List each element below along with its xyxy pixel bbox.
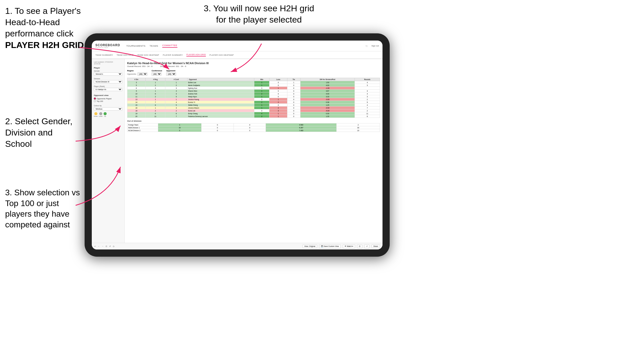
toolbar-clock[interactable]: ◷ [113,245,114,247]
table-cell: 1 [254,95,269,98]
out-of-division-row: Foreign Team1004.5002 [127,123,380,126]
gender-select[interactable]: Women's [94,72,122,76]
player-rank-select[interactable]: 8. Katelyn Vo [94,88,122,91]
table-cell: 3 [355,90,380,92]
table-cell: 0 [287,87,300,90]
instruction-2: 2. Select Gender, Division and School [5,115,77,150]
table-row: 1822Euna Lee030-5.002 [127,109,380,112]
toolbar-grid[interactable]: ⊡ [106,245,107,247]
subnav-team-h2h-heatmap[interactable]: TEAM H2H HEATMAP [137,54,159,56]
table-cell: Euna Lee [187,109,254,112]
opponent-view-label: Opponent view [94,94,122,97]
opponent-radio-top100[interactable]: Top 100 [94,100,122,102]
btn-expand[interactable]: ↗ [364,245,369,248]
table-cell: 0 [287,95,300,98]
toolbar-undo[interactable]: ↩ [94,245,96,247]
nav-tournaments[interactable]: TOURNAMENTS [126,45,146,47]
table-cell: Stella Cheng [187,104,254,107]
table-cell: 0 [287,115,300,118]
table-cell: 5 [165,95,187,98]
table-row: 1125Heejo Hyun1003.333 [127,95,380,98]
table-cell: 15 [127,104,146,107]
table-cell: -5.00 [300,109,355,112]
subnav-player-summary[interactable]: PLAYER SUMMARY [163,54,183,56]
nav-committee[interactable]: COMMITTEE [162,44,177,48]
table-row: 1311Jessica Huang010-3.002 [127,98,380,101]
toolbar-forward[interactable]: → [102,245,104,247]
btn-view-original[interactable]: View: Original [303,245,317,248]
out-of-division: Out of division Foreign Team1004.5002NAI… [127,120,380,132]
btn-save-custom-view[interactable]: 💾 Save Custom View [319,245,341,248]
btn-watch[interactable]: 👁 Watch ▾ [343,245,355,248]
table-cell: -0.94 [300,107,355,109]
table-cell: 2 [269,101,287,104]
nav-teams[interactable]: TEAMS [150,45,158,47]
toolbar-back[interactable]: ← [98,245,100,247]
legend-down: Down [94,112,98,117]
out-of-division-row: NCAA Division 25007.40010 [127,129,380,132]
filter-conference-label: Conference [152,70,162,72]
instruction-3-bottom: 3. Show selection vs Top 100 or just pla… [5,187,82,230]
filter-opponent-label: Opponent [166,70,176,72]
table-cell: 3 [355,84,380,87]
table-cell: 1 [145,98,165,101]
toolbar-refresh[interactable]: ↺ [109,245,111,247]
filter-conference: Conference (All) [152,70,162,76]
sidebar-timestamp: Last Updated: 27/03/2024 16:55:38 [94,61,122,65]
table-cell: 6 [355,115,380,118]
table-cell: 1 [145,90,165,92]
nav-signout[interactable]: Sign out [371,45,379,47]
table-cell: 4.00 [300,92,355,95]
table-cell: 1 [145,81,165,84]
table-cell: 4 [355,92,380,95]
table-cell: 4 [254,112,269,115]
legend-up: Up [104,112,107,117]
division-record: Division Record: 331 - 34 - 6 [160,65,186,68]
table-cell: 1 [254,90,269,92]
table-cell: 6 [127,87,146,90]
division-select[interactable]: NCAA Division III [94,80,122,83]
table-cell: Jessica Huang [187,98,254,101]
table-cell: Alexis Sudjianto [187,84,254,87]
colour-by-select[interactable]: Win/loss [94,107,122,111]
subnav-player-h2h-heatmap[interactable]: PLAYER H2H HEATMAP [209,54,234,56]
bottom-toolbar: ↩ ← → ⊡ ↺ ◷ View: Original 💾 Save Custom… [92,243,383,249]
table-cell: 13 [127,98,146,101]
subnav-team-h2h-grid[interactable]: TEAM H2H GRID [117,54,134,56]
logo: SCOREBOARD Powered by clippd [95,44,120,48]
tablet: SCOREBOARD Powered by clippd TOURNAMENTS… [85,33,390,257]
player-label: Player [94,67,122,69]
table-row: 1474Eunice Yi2200.389 [127,101,380,104]
table-cell: 4.00 [300,84,355,87]
table-cell: 0 [254,109,269,112]
opponent-radio-played[interactable]: Opponents Played [94,98,122,100]
table-row: 311Esther Lee1011.504 [127,81,380,84]
table-cell: Jessica Mason [187,107,254,109]
data-area: Katelyn Vo Head-to-Head Grid for Women's… [125,59,383,243]
colour-legend: Down Level Up [94,112,122,117]
col-win: Win [254,78,269,81]
table-row: 1585Stella Cheng1001.254 [127,104,380,107]
table-cell: 0 [254,87,269,90]
table-cell: 3 [165,92,187,95]
subnav-team-summary[interactable]: TEAM SUMMARY [95,54,113,56]
sidebar-division-section: Division NCAA Division III [94,78,122,83]
overall-record: Overall Record: 353 - 34 - 6 [127,65,153,68]
sub-nav: TEAM SUMMARY TEAM H2H GRID TEAM H2H HEAT… [92,51,383,59]
table-cell: 7 [355,107,380,109]
conference-select[interactable]: (All) [152,72,162,76]
table-row: 1613Jessica Mason120-0.947 [127,107,380,109]
out-of-division-row: NAIA Division 115009.26730 [127,126,380,129]
table-cell: 20 [127,115,146,118]
btn-share[interactable]: Share [371,245,380,248]
subnav-player-h2h-grid[interactable]: PLAYER H2H GRID [186,53,206,56]
table-cell: 0 [287,112,300,115]
sidebar-player-rank-section: Player (Rank) 8. Katelyn Vo [94,85,122,91]
table-row: 914Sharon Mun1003.673 [127,90,380,92]
opponent-select[interactable]: (All) [166,72,176,76]
region-select[interactable]: (All) [137,72,147,76]
table-cell: 0 [287,104,300,107]
page-container: 1. To see a Player's Head-to-Head perfor… [0,0,644,347]
btn-layout[interactable]: ⊡ [357,245,362,248]
table-cell: 0 [269,81,287,84]
